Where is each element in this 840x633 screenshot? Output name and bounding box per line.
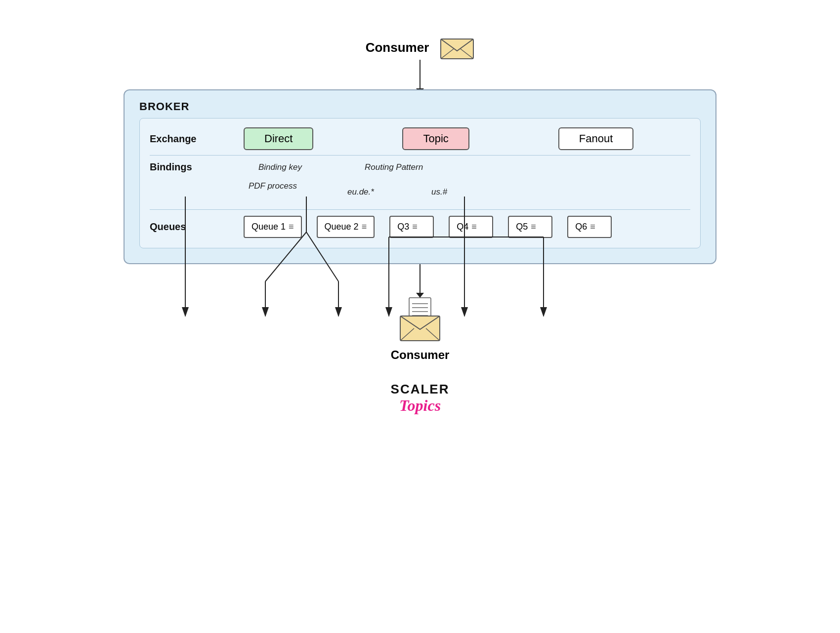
bindings-row-label: Bindings [150, 161, 214, 173]
queue-3-lines: ≡ [412, 222, 418, 232]
queue-4: Q4 ≡ [449, 216, 493, 238]
broker-inner-area: Exchange Direct Topic Fanout Bindings [139, 118, 701, 248]
scaler-logo: SCALER Topics [391, 382, 450, 414]
eu-de-label: eu.de.* [347, 187, 374, 197]
pdf-process-label: PDF process [249, 181, 297, 191]
broker-box: BROKER Exchange Direct Topic Fanout [124, 89, 716, 264]
queue-1-lines: ≡ [289, 222, 294, 232]
queue-6-lines: ≡ [590, 222, 595, 232]
queue-boxes: Queue 1 ≡ Queue 2 ≡ Q3 ≡ Q4 ≡ [244, 216, 612, 238]
exchange-row: Exchange Direct Topic Fanout [150, 127, 690, 156]
main-canvas: Consumer BROKER Exchange Direct [74, 20, 766, 613]
broker-label: BROKER [139, 100, 701, 113]
exchange-topic: Topic [402, 127, 469, 150]
queue-6: Q6 ≡ [567, 216, 612, 238]
top-envelope-icon [440, 35, 474, 60]
top-consumer: Consumer [366, 35, 475, 60]
arrow-broker-to-bottom-consumer [420, 264, 420, 294]
queues-row-label: Queues [150, 221, 214, 233]
bottom-envelope-icon [395, 294, 445, 343]
exchange-direct: Direct [244, 127, 313, 150]
queue-5-lines: ≡ [531, 222, 536, 232]
bottom-consumer-label: Consumer [391, 348, 450, 362]
queue-3: Q3 ≡ [389, 216, 434, 238]
queues-row: Queues Queue 1 ≡ Queue 2 ≡ Q3 ≡ [150, 210, 690, 238]
arrow-consumer-to-broker [420, 60, 420, 89]
exchange-fanout: Fanout [558, 127, 634, 150]
us-hash-label: us.# [431, 187, 447, 197]
top-consumer-label: Consumer [366, 40, 429, 55]
queue-5: Q5 ≡ [508, 216, 552, 238]
queue-1: Queue 1 ≡ [244, 216, 302, 238]
queue-4-lines: ≡ [471, 222, 477, 232]
queue-2: Queue 2 ≡ [317, 216, 375, 238]
routing-pattern-label: Routing Pattern [365, 162, 423, 172]
exchange-row-label: Exchange [150, 133, 214, 145]
scaler-topics-subtitle: Topics [391, 397, 450, 414]
bottom-consumer: Consumer [391, 294, 450, 362]
binding-key-label: Binding key [258, 162, 302, 172]
bindings-row: Bindings Binding key PDF process Routing… [150, 156, 690, 210]
scaler-title: SCALER [391, 382, 450, 397]
bottom-area: Consumer [391, 264, 450, 362]
exchange-boxes: Direct Topic Fanout [244, 127, 633, 150]
queue-2-lines: ≡ [362, 222, 367, 232]
